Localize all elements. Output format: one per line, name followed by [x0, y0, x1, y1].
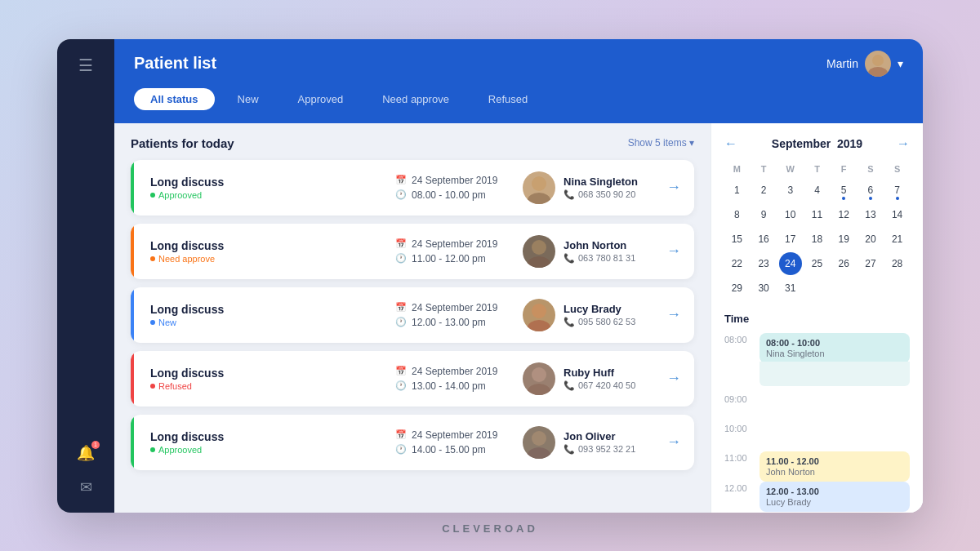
- status-badge: Approoved: [150, 445, 382, 455]
- user-menu[interactable]: Martin ▾: [826, 51, 903, 77]
- calendar-day[interactable]: 6: [859, 179, 882, 202]
- time-marker: 12.00: [724, 482, 753, 493]
- calendar-day[interactable]: 12: [832, 203, 855, 226]
- calendar-next-button[interactable]: →: [897, 136, 910, 151]
- card-info: Long discuss Refused: [144, 367, 382, 391]
- card-datetime: 📅24 September 2019 🕐08.00 - 10.00 pm: [395, 175, 510, 201]
- sidebar: ☰ 🔔 1 ✉: [57, 39, 114, 513]
- calendar-day[interactable]: 4: [805, 179, 828, 202]
- patient-info: John Norton 📞063 780 81 31: [523, 235, 653, 268]
- time-marker: 08:00: [724, 333, 753, 344]
- calendar-day[interactable]: 17: [779, 228, 802, 251]
- time-event[interactable]: 12.00 - 13.00 Lucy Brady: [760, 482, 910, 512]
- patient-name: John Norton: [564, 239, 635, 251]
- bell-icon[interactable]: 🔔 1: [77, 444, 95, 462]
- svg-point-8: [532, 367, 546, 382]
- filter-approved[interactable]: Approved: [282, 88, 360, 110]
- calendar-day-today[interactable]: 24: [779, 252, 802, 275]
- event-patient-name: Lucy Brady: [766, 497, 903, 507]
- time-row: 10:00: [724, 422, 910, 451]
- patient-phone: 📞063 780 81 31: [564, 253, 635, 264]
- filter-all[interactable]: All status: [134, 88, 215, 110]
- filter-new[interactable]: New: [221, 88, 275, 110]
- calendar-header: ← September 2019 →: [724, 136, 910, 151]
- time-section-label: Time: [724, 313, 910, 325]
- svg-point-11: [528, 447, 550, 459]
- calendar-day[interactable]: 9: [752, 203, 775, 226]
- chevron-down-icon: ▾: [898, 57, 903, 70]
- time-marker: 09:00: [724, 393, 753, 404]
- table-row: Long discuss Approoved 📅24 September 201…: [131, 415, 694, 470]
- calendar-day[interactable]: 29: [725, 277, 748, 300]
- patient-phone: 📞093 952 32 21: [564, 444, 635, 455]
- patient-info: Jon Oliver 📞093 952 32 21: [523, 426, 653, 459]
- mail-icon[interactable]: ✉: [80, 478, 92, 496]
- arrow-right-icon[interactable]: →: [666, 306, 681, 323]
- calendar-day[interactable]: 2: [752, 179, 775, 202]
- calendar-day[interactable]: 22: [725, 252, 748, 275]
- time-event[interactable]: 11.00 - 12.00 John Norton: [760, 451, 910, 482]
- calendar-day[interactable]: 7: [886, 179, 909, 202]
- calendar-panel: ← September 2019 → M T W T F S S 1 2 3 4: [710, 123, 923, 513]
- show-items-button[interactable]: Show 5 items ▾: [628, 137, 694, 149]
- calendar-day[interactable]: 21: [886, 228, 909, 251]
- avatar: [523, 235, 555, 268]
- calendar-day[interactable]: 11: [805, 203, 828, 226]
- calendar-day[interactable]: 3: [779, 179, 802, 202]
- table-row: Long discuss Approoved 📅24 September 201…: [131, 160, 694, 216]
- patient-phone: 📞067 420 40 50: [564, 380, 635, 391]
- calendar-day[interactable]: 18: [805, 228, 828, 251]
- calendar-day[interactable]: 31: [779, 277, 802, 300]
- time-event[interactable]: 08:00 - 10:00 Nina Singleton: [760, 333, 910, 363]
- calendar-prev-button[interactable]: ←: [724, 136, 737, 151]
- app-window: ☰ 🔔 1 ✉ Patient list Martin ▾: [57, 39, 923, 513]
- avatar: [523, 171, 555, 204]
- arrow-right-icon[interactable]: →: [666, 433, 681, 451]
- time-section: Time 08:00 08:00 - 10:00 Nina Singleton: [724, 313, 910, 512]
- calendar-day[interactable]: 26: [832, 252, 855, 275]
- filter-bar: All status New Approved Need approve Ref…: [114, 88, 923, 123]
- calendar-day[interactable]: 28: [886, 252, 909, 275]
- calendar-day[interactable]: 1: [725, 179, 748, 202]
- appointment-type: Long discuss: [150, 176, 382, 189]
- calendar-day[interactable]: 20: [859, 228, 882, 251]
- arrow-right-icon[interactable]: →: [666, 179, 681, 196]
- patient-name: Ruby Huff: [564, 367, 635, 379]
- status-badge: New: [150, 318, 382, 327]
- calendar-day[interactable]: 14: [886, 203, 909, 226]
- menu-icon[interactable]: ☰: [78, 56, 93, 75]
- calendar-day[interactable]: 5: [832, 179, 855, 202]
- calendar-day[interactable]: 8: [725, 203, 748, 226]
- calendar-day[interactable]: 30: [752, 277, 775, 300]
- calendar-day[interactable]: 27: [859, 252, 882, 275]
- user-name: Martin: [826, 57, 858, 70]
- avatar: [523, 362, 555, 395]
- patient-name: Jon Oliver: [564, 430, 635, 442]
- card-info: Long discuss New: [144, 303, 382, 327]
- arrow-right-icon[interactable]: →: [666, 242, 681, 260]
- arrow-right-icon[interactable]: →: [666, 370, 681, 387]
- calendar-day[interactable]: 15: [725, 228, 748, 251]
- calendar-day[interactable]: 16: [752, 228, 775, 251]
- svg-point-4: [532, 240, 546, 255]
- time-slots: 08:00 08:00 - 10:00 Nina Singleton 09:00: [724, 333, 910, 512]
- time-marker: 11:00: [724, 451, 753, 463]
- day-header: T: [804, 161, 830, 177]
- calendar-day[interactable]: 10: [779, 203, 802, 226]
- calendar-day[interactable]: 25: [805, 252, 828, 275]
- time-row: 08:00 08:00 - 10:00 Nina Singleton: [724, 333, 910, 363]
- notification-badge: 1: [91, 441, 100, 449]
- calendar-day[interactable]: 23: [752, 252, 775, 275]
- filter-need-approve[interactable]: Need approve: [366, 88, 466, 110]
- avatar: [523, 299, 555, 331]
- section-header: Patients for today Show 5 items ▾: [131, 136, 694, 150]
- filter-refused[interactable]: Refused: [472, 88, 544, 110]
- patient-info: Lucy Brady 📞095 580 62 53: [523, 299, 653, 331]
- event-time: 08:00 - 10:00: [766, 338, 903, 348]
- card-info: Long discuss Approoved: [144, 430, 382, 455]
- patient-info: Ruby Huff 📞067 420 40 50: [523, 362, 653, 395]
- calendar-day[interactable]: 13: [859, 203, 882, 226]
- calendar-day[interactable]: 19: [832, 228, 855, 251]
- table-row: Long discuss New 📅24 September 2019 🕐12.…: [131, 287, 694, 343]
- status-badge: Refused: [150, 381, 382, 391]
